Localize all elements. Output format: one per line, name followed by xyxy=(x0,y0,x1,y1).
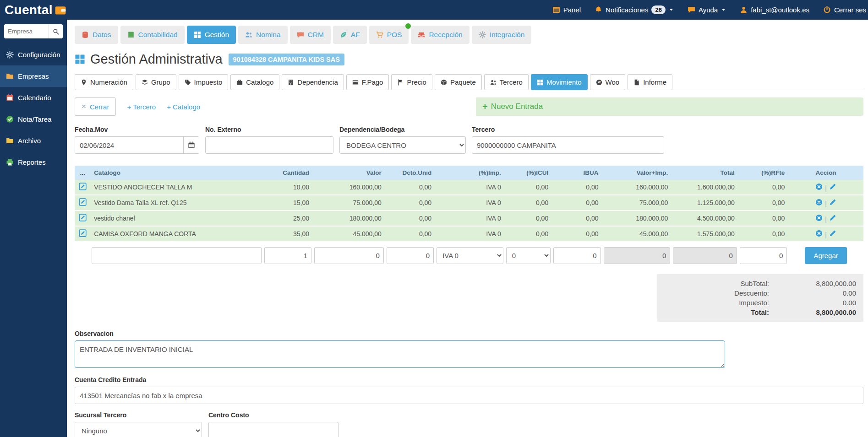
section-tab-grupo[interactable]: Grupo xyxy=(136,74,176,90)
edit-row-checkbox-icon[interactable] xyxy=(79,198,87,206)
centro-costo-input[interactable] xyxy=(208,422,338,437)
section-tab-label: Catalogo xyxy=(246,78,273,86)
main-content: DatosContabilidadGestiónNominaCRMAFPOSRe… xyxy=(67,20,868,437)
module-tab-datos[interactable]: Datos xyxy=(75,26,118,44)
edit-row-checkbox-icon[interactable] xyxy=(79,229,87,237)
section-tab-woo[interactable]: WWoo xyxy=(590,74,626,90)
cell-ibua: 0,00 xyxy=(552,226,602,242)
help-link[interactable]: Ayuda xyxy=(688,6,726,14)
module-tab-pos[interactable]: POS xyxy=(369,26,409,44)
module-tab-gestion[interactable]: Gestión xyxy=(187,26,236,44)
plus-icon: + xyxy=(127,103,131,111)
sidebar-item-configuracion[interactable]: Configuración xyxy=(0,44,67,65)
page-title: Gestión Administrativa xyxy=(90,52,223,67)
new-dcto-input[interactable] xyxy=(387,247,434,264)
woo-icon: W xyxy=(596,79,602,86)
module-tab-integracion[interactable]: Integración xyxy=(472,26,532,44)
edit-row-checkbox-icon[interactable] xyxy=(79,183,87,190)
sidebar-item-reportes[interactable]: Reportes xyxy=(0,151,67,173)
sucursal-select[interactable]: Ninguno xyxy=(75,422,202,437)
logout-link[interactable]: Cerrar ses xyxy=(823,6,866,14)
new-icui-select[interactable]: 0 xyxy=(506,247,551,264)
delete-row-icon[interactable] xyxy=(815,214,823,221)
column-header-valor_imp: Valor+Imp. xyxy=(602,166,672,180)
delete-row-icon[interactable] xyxy=(815,199,823,206)
search-icon xyxy=(53,28,59,35)
section-tab-precio[interactable]: Precio xyxy=(391,74,432,90)
company-search xyxy=(4,24,63,38)
bodega-label: Dependencia/Bodega xyxy=(339,126,466,133)
search-input[interactable] xyxy=(4,24,49,38)
cell-ibua: 0,00 xyxy=(552,180,602,195)
edit-row-icon[interactable] xyxy=(829,214,836,221)
section-tab-f-pago[interactable]: F.Pago xyxy=(346,74,389,90)
cell-edit xyxy=(75,180,90,195)
section-tab-paquete[interactable]: Paquete xyxy=(435,74,482,90)
agregar-button[interactable]: Agregar xyxy=(805,247,847,264)
file-icon xyxy=(633,79,640,86)
delete-row-icon[interactable] xyxy=(815,183,823,190)
cell-imp: IVA 0 xyxy=(435,210,505,226)
module-tab-label: Recepción xyxy=(429,31,462,39)
section-tab-movimiento[interactable]: Movimiento xyxy=(531,74,588,90)
section-tab-catalogo[interactable]: Catalogo xyxy=(230,74,279,90)
tercero-input[interactable] xyxy=(472,136,664,154)
search-button[interactable] xyxy=(49,24,63,38)
grid-icon xyxy=(537,79,543,86)
externo-input[interactable] xyxy=(205,136,333,154)
nuevo-entrada-banner[interactable]: + Nuevo Entrada xyxy=(476,97,863,116)
module-tab-nomina[interactable]: Nomina xyxy=(238,26,287,44)
cuenta-credito-input[interactable] xyxy=(75,387,863,404)
chevron-down-icon xyxy=(721,7,726,12)
help-label: Ayuda xyxy=(699,6,718,14)
fecha-input[interactable] xyxy=(75,136,199,154)
cell-catalogo: Vestido Dama Talla XL ref. Q125 xyxy=(90,195,263,210)
toolbar: × Cerrar + Tercero + Catalogo + Nuevo En… xyxy=(75,97,863,116)
wallet-icon xyxy=(55,4,66,16)
section-tab-numeracion[interactable]: Numeración xyxy=(75,74,133,90)
power-icon xyxy=(823,6,831,14)
delete-row-icon[interactable] xyxy=(815,230,823,237)
notifications-link[interactable]: Notificaciones 26 xyxy=(595,5,674,14)
bodega-select[interactable]: BODEGA CENTRO xyxy=(339,136,466,154)
add-tercero-link[interactable]: + Tercero xyxy=(127,103,156,111)
observacion-textarea[interactable]: ENTRADA DE INVENTARIO INICIAL xyxy=(75,340,725,368)
new-cantidad-input[interactable] xyxy=(264,247,311,264)
externo-label: No. Externo xyxy=(205,126,333,133)
module-tab-recepcion[interactable]: Recepción xyxy=(411,26,469,44)
section-tab-informe[interactable]: Informe xyxy=(628,74,672,90)
edit-row-icon[interactable] xyxy=(829,183,836,190)
totals-label: Impuesto: xyxy=(665,298,769,308)
calendar-icon[interactable] xyxy=(183,137,199,153)
new-rfte-input[interactable] xyxy=(740,247,787,264)
section-tab-dependencia[interactable]: Dependencia xyxy=(282,74,344,90)
leaf-icon xyxy=(340,31,347,38)
user-link[interactable]: fabi_st@outlook.es xyxy=(740,6,809,14)
sidebar-item-archivo[interactable]: Archivo xyxy=(0,130,67,151)
panel-link[interactable]: Panel xyxy=(552,6,581,14)
edit-row-icon[interactable] xyxy=(829,199,836,206)
totals-value: 8,800,000.00 xyxy=(769,279,856,288)
module-tab-af[interactable]: AF xyxy=(333,26,367,44)
users-icon xyxy=(490,79,497,86)
new-catalogo-input[interactable] xyxy=(92,247,262,264)
new-valor-input[interactable] xyxy=(314,247,384,264)
sidebar-item-nota-tarea[interactable]: Nota/Tarea xyxy=(0,108,67,130)
module-tab-crm[interactable]: CRM xyxy=(290,26,331,44)
add-catalogo-link[interactable]: + Catalogo xyxy=(167,103,200,111)
plus-icon: + xyxy=(167,103,171,111)
building-icon xyxy=(288,79,294,86)
section-tab-tercero[interactable]: Tercero xyxy=(484,74,529,90)
section-tab-impuesto[interactable]: Impuesto xyxy=(179,74,229,90)
sidebar-item-calendario[interactable]: Calendario xyxy=(0,87,67,108)
new-ibua-input[interactable] xyxy=(553,247,601,264)
edit-row-checkbox-icon[interactable] xyxy=(79,214,87,221)
module-tab-contabilidad[interactable]: Contabilidad xyxy=(120,26,185,44)
edit-row-icon[interactable] xyxy=(829,230,836,237)
cerrar-button[interactable]: × Cerrar xyxy=(75,97,116,116)
gear-icon xyxy=(6,51,14,59)
new-impuesto-select[interactable]: IVA 0 xyxy=(437,247,503,264)
sidebar-item-empresas[interactable]: Empresas xyxy=(0,65,67,87)
app-logo[interactable]: Cuental xyxy=(0,3,71,17)
cell-rfte: 0,00 xyxy=(738,180,788,195)
